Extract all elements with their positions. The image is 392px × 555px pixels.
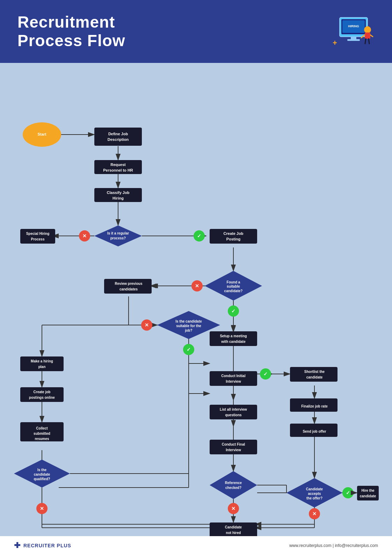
svg-text:✓: ✓ <box>197 233 201 239</box>
svg-text:Conduct Final: Conduct Final <box>222 442 245 446</box>
svg-text:✓: ✓ <box>187 347 191 352</box>
svg-text:plan: plan <box>38 365 46 369</box>
svg-text:candidate: candidate <box>360 494 376 498</box>
svg-text:Request: Request <box>110 163 126 167</box>
footer-logo-text: RECRUITER PLUS <box>23 543 71 548</box>
svg-text:Classify Job: Classify Job <box>107 190 130 195</box>
start-label: Start <box>37 132 46 136</box>
list-questions-node <box>210 405 257 419</box>
reference-checked-node <box>210 471 257 499</box>
svg-text:candidate?: candidate? <box>224 289 243 293</box>
plus-icon: ✚ <box>14 541 21 550</box>
svg-line-10 <box>365 39 366 44</box>
footer: ✚ RECRUITER PLUS www.recruiterplus.com |… <box>0 536 392 555</box>
svg-text:accepts: accepts <box>308 492 321 496</box>
svg-text:Interview: Interview <box>226 448 241 452</box>
svg-text:postings online: postings online <box>29 396 55 399</box>
svg-point-6 <box>364 26 371 33</box>
svg-line-9 <box>370 35 373 37</box>
svg-text:Create job: Create job <box>34 390 51 394</box>
svg-text:not hired: not hired <box>226 531 241 535</box>
svg-text:Process: Process <box>31 237 45 241</box>
svg-text:suitable: suitable <box>227 284 240 288</box>
svg-text:Candidate: Candidate <box>225 525 242 529</box>
svg-rect-7 <box>365 33 370 39</box>
svg-text:Description: Description <box>108 137 129 142</box>
svg-text:resumes: resumes <box>35 437 49 441</box>
svg-text:questions: questions <box>225 413 242 417</box>
svg-text:qualified?: qualified? <box>34 477 50 481</box>
svg-text:✕: ✕ <box>231 506 235 511</box>
flowchart-svg: Start Define Job Description Request Per… <box>10 70 382 538</box>
special-hiring-node <box>20 229 55 244</box>
svg-text:HIRING: HIRING <box>348 24 359 28</box>
svg-text:Create Job: Create Job <box>224 231 244 236</box>
svg-text:Review previous: Review previous <box>115 282 143 286</box>
svg-text:submitted: submitted <box>34 432 50 435</box>
svg-line-11 <box>369 39 369 44</box>
define-job-node <box>94 128 142 146</box>
svg-text:List all interview: List all interview <box>220 408 247 411</box>
svg-text:+: + <box>333 38 337 47</box>
svg-rect-4 <box>351 37 356 39</box>
svg-text:Hire the: Hire the <box>361 489 375 492</box>
footer-logo: ✚ RECRUITER PLUS <box>14 541 71 550</box>
conduct-final-node <box>210 440 257 454</box>
svg-text:candidates: candidates <box>119 287 138 291</box>
svg-text:process?: process? <box>110 236 126 240</box>
svg-text:Special Hiring: Special Hiring <box>26 232 50 236</box>
header-title: Recruitment Process Flow <box>17 13 125 50</box>
svg-text:Posting: Posting <box>226 237 240 241</box>
svg-text:✕: ✕ <box>312 511 317 517</box>
conduct-initial-node <box>210 371 257 386</box>
svg-text:✓: ✓ <box>263 371 268 377</box>
svg-text:Collect: Collect <box>36 426 48 430</box>
svg-text:Candidate: Candidate <box>306 487 323 491</box>
svg-text:Personnel to HR: Personnel to HR <box>103 168 133 172</box>
svg-text:Is the: Is the <box>37 468 47 472</box>
header: Recruitment Process Flow HIRING + <box>0 0 392 63</box>
setup-meeting-node <box>210 331 257 346</box>
svg-text:checked?: checked? <box>225 486 241 490</box>
make-hiring-plan-node <box>20 356 64 371</box>
svg-text:Setup a meeting: Setup a meeting <box>220 334 247 338</box>
svg-text:the offer?: the offer? <box>306 496 322 500</box>
svg-text:Is the candidate: Is the candidate <box>175 319 202 323</box>
svg-text:Send job offer: Send job offer <box>303 430 326 433</box>
svg-text:✕: ✕ <box>82 233 87 239</box>
svg-text:candidate: candidate <box>34 473 50 476</box>
svg-text:✕: ✕ <box>195 283 199 289</box>
svg-text:✓: ✓ <box>231 308 235 314</box>
svg-rect-5 <box>347 39 360 41</box>
shortlist-node <box>290 367 337 382</box>
define-job-label: Define Job <box>108 132 128 136</box>
svg-text:Conduct Initial: Conduct Initial <box>221 374 246 378</box>
svg-text:Hiring: Hiring <box>112 196 124 200</box>
svg-text:✕: ✕ <box>40 506 44 511</box>
svg-text:with candidate: with candidate <box>221 340 246 344</box>
svg-text:candidate: candidate <box>306 375 323 379</box>
candidate-not-hired-node <box>210 522 257 537</box>
header-illustration: HIRING + <box>322 10 378 52</box>
svg-text:Found a: Found a <box>227 280 240 284</box>
svg-text:Finalize job rate: Finalize job rate <box>301 404 328 408</box>
svg-text:Shortlist the: Shortlist the <box>304 370 325 374</box>
svg-text:✓: ✓ <box>346 490 350 496</box>
svg-text:Interview: Interview <box>226 380 241 383</box>
svg-text:job?: job? <box>184 329 192 332</box>
review-candidates-node <box>104 279 152 294</box>
svg-text:Make a hiring: Make a hiring <box>31 359 53 363</box>
svg-text:Reference: Reference <box>225 481 242 485</box>
create-job-postings-node <box>20 387 64 402</box>
svg-text:Is it a regular: Is it a regular <box>107 231 129 235</box>
footer-contact: www.recruiterplus.com | info@recruiterpl… <box>289 543 378 548</box>
flow-area: Start Define Job Description Request Per… <box>0 63 392 547</box>
hire-candidate-node <box>357 486 379 500</box>
svg-text:✕: ✕ <box>145 322 149 328</box>
svg-text:suitable for the: suitable for the <box>176 324 201 328</box>
